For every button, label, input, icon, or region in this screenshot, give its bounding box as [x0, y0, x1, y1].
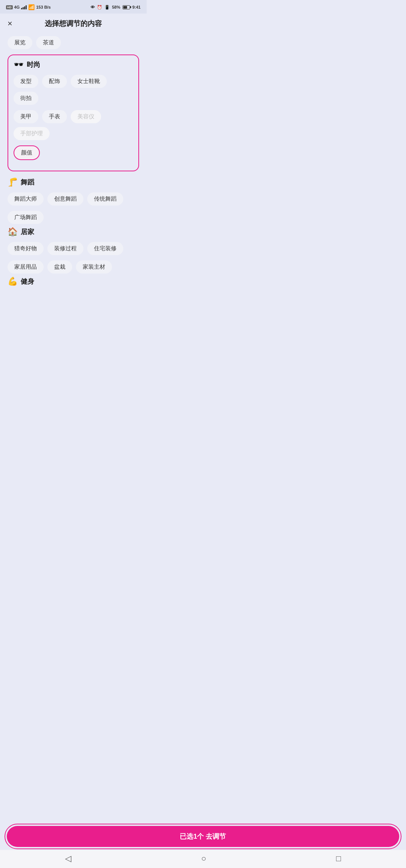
chip-meijia[interactable]: 美甲	[14, 110, 38, 123]
chip-shubiao[interactable]: 手表	[42, 110, 67, 123]
hd-badge: HD	[6, 5, 13, 9]
home-section-header: 🏠 居家	[8, 227, 139, 237]
fashion-emoji: 🕶️	[14, 60, 24, 70]
chip-meirongyi[interactable]: 美容仪	[71, 110, 101, 123]
status-bar: HD 4G 📶 153 B/s 👁 ⏰ 📳 58% 9:41	[0, 0, 147, 14]
action-button[interactable]: 已选1个 去调节	[7, 826, 147, 847]
chip-zhuzhaizhuangxiu[interactable]: 住宅装修	[87, 242, 123, 255]
chip-faxing[interactable]: 发型	[14, 75, 38, 88]
time-display: 9:41	[132, 5, 141, 9]
battery-icon	[123, 5, 130, 9]
status-left: HD 4G 📶 153 B/s	[6, 4, 51, 10]
close-button[interactable]: ×	[8, 20, 12, 28]
fitness-section-header: 💪 健身	[8, 277, 139, 286]
vibrate-icon: 📳	[105, 5, 110, 10]
dance-emoji: 🦵	[8, 177, 18, 187]
dance-section-header: 🦵 舞蹈	[8, 177, 139, 187]
chip-chuangyiwudao[interactable]: 创意舞蹈	[47, 192, 83, 206]
top-chips-row: 展览 茶道	[8, 36, 139, 49]
dance-chips-row1: 舞蹈大师 创意舞蹈 传统舞蹈	[8, 192, 139, 206]
nav-bar: ◁ ○ □	[0, 849, 147, 868]
4g-label: 4G	[14, 5, 20, 9]
chip-jiazhuangzhucai[interactable]: 家装主材	[76, 260, 112, 274]
fashion-chips-row1: 发型 配饰 女士鞋靴 街拍	[14, 75, 133, 105]
fashion-section: 🕶️ 时尚 发型 配饰 女士鞋靴 街拍 美甲 手表 美容仪 手部护理 颜值	[8, 54, 139, 171]
chip-nvshixuexue[interactable]: 女士鞋靴	[71, 75, 107, 88]
eye-icon: 👁	[91, 5, 95, 9]
fitness-name: 健身	[21, 277, 34, 286]
chip-wudaodashi[interactable]: 舞蹈大师	[8, 192, 44, 206]
alarm-icon: ⏰	[97, 5, 102, 10]
signal-bars	[21, 5, 27, 9]
fashion-header: 🕶️ 时尚	[14, 60, 133, 70]
home-name: 居家	[21, 227, 34, 236]
chip-lieqihaowu[interactable]: 猎奇好物	[8, 242, 44, 255]
chip-jiajuyongpin[interactable]: 家居用品	[8, 260, 44, 274]
chip-zhuangxiu[interactable]: 装修过程	[47, 242, 83, 255]
chip-yanzhi-selected[interactable]: 颜值	[14, 145, 40, 160]
fashion-chips-row3: 颜值	[14, 145, 133, 160]
fashion-chips-row2: 美甲 手表 美容仪 手部护理	[14, 110, 133, 140]
page-title: 选择想调节的内容	[45, 19, 102, 29]
main-content: 展览 茶道 🕶️ 时尚 发型 配饰 女士鞋靴 街拍 美甲 手表 美容仪 手部护理…	[0, 32, 147, 329]
chip-peishi[interactable]: 配饰	[42, 75, 67, 88]
header: × 选择想调节的内容	[0, 14, 147, 32]
home-emoji: 🏠	[8, 227, 18, 237]
home-chips-row2: 家居用品 盆栽 家装主材	[8, 260, 139, 274]
dance-chips-row2: 广场舞蹈	[8, 211, 139, 224]
back-nav-icon[interactable]: ◁	[65, 854, 71, 863]
chip-shoubuhuli[interactable]: 手部护理	[14, 127, 50, 140]
chip-penzai[interactable]: 盆栽	[47, 260, 72, 274]
chip-chadao[interactable]: 茶道	[36, 36, 61, 49]
chip-guangchangwu[interactable]: 广场舞蹈	[8, 211, 44, 224]
chip-jiepai[interactable]: 街拍	[14, 92, 38, 105]
battery-pct: 58%	[112, 5, 120, 9]
chip-zhanlan[interactable]: 展览	[8, 36, 32, 49]
network-speed: 153 B/s	[36, 5, 51, 9]
fashion-name: 时尚	[27, 60, 40, 69]
status-right: 👁 ⏰ 📳 58% 9:41	[91, 5, 141, 10]
home-chips-row1: 猎奇好物 装修过程 住宅装修	[8, 242, 139, 255]
wifi-icon: 📶	[28, 4, 35, 10]
chip-chuantongwudao[interactable]: 传统舞蹈	[87, 192, 123, 206]
bottom-bar: 已选1个 去调节	[0, 823, 147, 850]
dance-name: 舞蹈	[21, 178, 34, 187]
fitness-emoji: 💪	[8, 277, 18, 286]
